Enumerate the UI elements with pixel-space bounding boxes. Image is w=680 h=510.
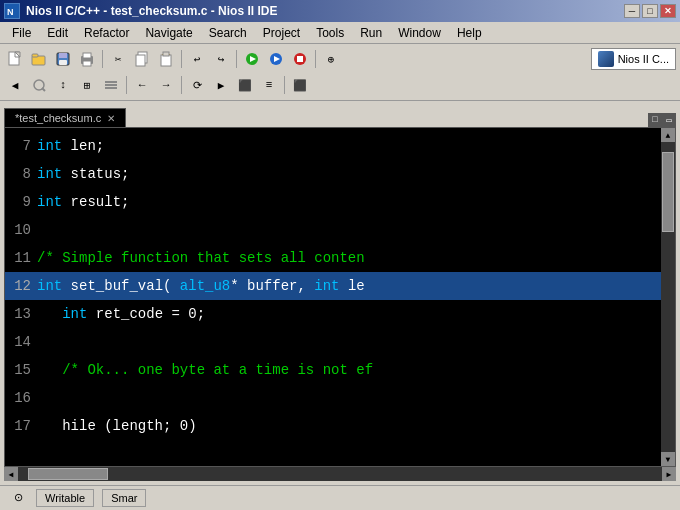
line-number-13: 13	[5, 300, 37, 328]
tb-r8[interactable]: ⟳	[186, 74, 208, 96]
svg-rect-5	[32, 54, 38, 57]
scroll-thumb[interactable]	[662, 152, 674, 232]
code-line-17: 17 hile (length; 0)	[5, 412, 661, 440]
line-number-16: 16	[5, 384, 37, 412]
tb-r5[interactable]	[100, 74, 122, 96]
tb-extra1[interactable]: ⊕	[320, 48, 342, 70]
close-button[interactable]: ✕	[660, 4, 676, 18]
tb-r3[interactable]: ↕	[52, 74, 74, 96]
status-icon: ⊙	[14, 491, 23, 504]
h-scroll-track[interactable]	[18, 467, 662, 481]
window-controls[interactable]: ─ □ ✕	[624, 4, 676, 18]
menu-file[interactable]: File	[4, 24, 39, 42]
tb-cut[interactable]: ✂	[107, 48, 129, 70]
tb-sep-1	[102, 50, 103, 68]
vertical-scrollbar[interactable]: ▲ ▼	[661, 128, 675, 466]
menu-run[interactable]: Run	[352, 24, 390, 42]
tb-debug[interactable]	[265, 48, 287, 70]
code-scroll-area[interactable]: 7 int len; 8 int status; 9 int result; 1…	[5, 128, 661, 466]
tb-r12[interactable]: ⬛	[289, 74, 311, 96]
tb-sep-4	[315, 50, 316, 68]
tb-r4[interactable]: ⊞	[76, 74, 98, 96]
menu-help[interactable]: Help	[449, 24, 490, 42]
code-line-16: 16	[5, 384, 661, 412]
svg-line-24	[42, 88, 45, 91]
restore-editor-button[interactable]: ▭	[662, 113, 676, 127]
code-line-10: 10	[5, 216, 661, 244]
line-number-8: 8	[5, 160, 37, 188]
horizontal-scrollbar[interactable]: ◀ ▶	[4, 467, 676, 481]
svg-rect-11	[83, 61, 91, 66]
tb-save[interactable]	[52, 48, 74, 70]
tb-print[interactable]	[76, 48, 98, 70]
scroll-track[interactable]	[661, 142, 675, 452]
scroll-up-button[interactable]: ▲	[661, 128, 675, 142]
menu-tools[interactable]: Tools	[308, 24, 352, 42]
line-code-7: int len;	[37, 132, 104, 160]
tb-undo[interactable]: ↩	[186, 48, 208, 70]
line-number-10: 10	[5, 216, 37, 244]
minimize-button[interactable]: ─	[624, 4, 640, 18]
tb-sep-7	[284, 76, 285, 94]
tab-bar: *test_checksum.c ✕ □ ▭	[4, 105, 676, 127]
menu-project[interactable]: Project	[255, 24, 308, 42]
tb-r10[interactable]: ⬛	[234, 74, 256, 96]
line-number-17: 17	[5, 412, 37, 440]
tb-run[interactable]	[241, 48, 263, 70]
smart-status: Smar	[102, 489, 146, 507]
line-number-7: 7	[5, 132, 37, 160]
line-code-9: int result;	[37, 188, 129, 216]
tb-r9[interactable]: ▶	[210, 74, 232, 96]
tb-open[interactable]	[28, 48, 50, 70]
svg-rect-26	[105, 84, 117, 86]
line-code-11: /* Simple function that sets all conten	[37, 244, 365, 272]
svg-rect-22	[297, 56, 303, 62]
app-icon: N	[4, 3, 20, 19]
svg-rect-8	[59, 60, 67, 65]
writable-label: Writable	[45, 492, 85, 504]
nios-badge-icon	[598, 51, 614, 67]
menu-search[interactable]: Search	[201, 24, 255, 42]
h-scroll-thumb[interactable]	[28, 468, 108, 480]
code-editor[interactable]: 7 int len; 8 int status; 9 int result; 1…	[4, 127, 676, 467]
menu-refactor[interactable]: Refactor	[76, 24, 137, 42]
svg-rect-13	[136, 55, 145, 66]
menu-bar: File Edit Refactor Navigate Search Proje…	[0, 22, 680, 44]
tb-r1[interactable]: ◀	[4, 74, 26, 96]
svg-rect-7	[59, 53, 67, 58]
tb-r6[interactable]: ←	[131, 74, 153, 96]
toolbar-row-1: ✂ ↩ ↪ ⊕ Nios II C...	[4, 46, 676, 72]
tb-r11[interactable]: ≡	[258, 74, 280, 96]
tb-stop[interactable]	[289, 48, 311, 70]
menu-window[interactable]: Window	[390, 24, 449, 42]
menu-navigate[interactable]: Navigate	[137, 24, 200, 42]
tb-new[interactable]	[4, 48, 26, 70]
maximize-editor-button[interactable]: □	[648, 113, 662, 127]
tb-r2[interactable]	[28, 74, 50, 96]
menu-edit[interactable]: Edit	[39, 24, 76, 42]
scroll-down-button[interactable]: ▼	[661, 452, 675, 466]
code-line-15: 15 /* Ok... one byte at a time is not ef	[5, 356, 661, 384]
svg-text:N: N	[7, 7, 14, 17]
line-code-8: int status;	[37, 160, 129, 188]
scroll-left-button[interactable]: ◀	[4, 467, 18, 481]
tb-sep-2	[181, 50, 182, 68]
code-line-7: 7 int len;	[5, 132, 661, 160]
tab-label: *test_checksum.c	[15, 112, 101, 124]
svg-rect-25	[105, 81, 117, 83]
line-code-13: int ret_code = 0;	[37, 300, 205, 328]
tab-close-button[interactable]: ✕	[107, 113, 115, 124]
tb-redo[interactable]: ↪	[210, 48, 232, 70]
editor-tab[interactable]: *test_checksum.c ✕	[4, 108, 126, 127]
title-bar-left: N Nios II C/C++ - test_checksum.c - Nios…	[4, 3, 277, 19]
line-number-11: 11	[5, 244, 37, 272]
tb-copy[interactable]	[131, 48, 153, 70]
maximize-button[interactable]: □	[642, 4, 658, 18]
scroll-right-button[interactable]: ▶	[662, 467, 676, 481]
tb-r7[interactable]: →	[155, 74, 177, 96]
tb-paste[interactable]	[155, 48, 177, 70]
svg-rect-10	[83, 53, 91, 58]
line-code-15: /* Ok... one byte at a time is not ef	[37, 356, 373, 384]
window-title: Nios II C/C++ - test_checksum.c - Nios I…	[26, 4, 277, 18]
status-indicator: ⊙	[8, 491, 28, 504]
